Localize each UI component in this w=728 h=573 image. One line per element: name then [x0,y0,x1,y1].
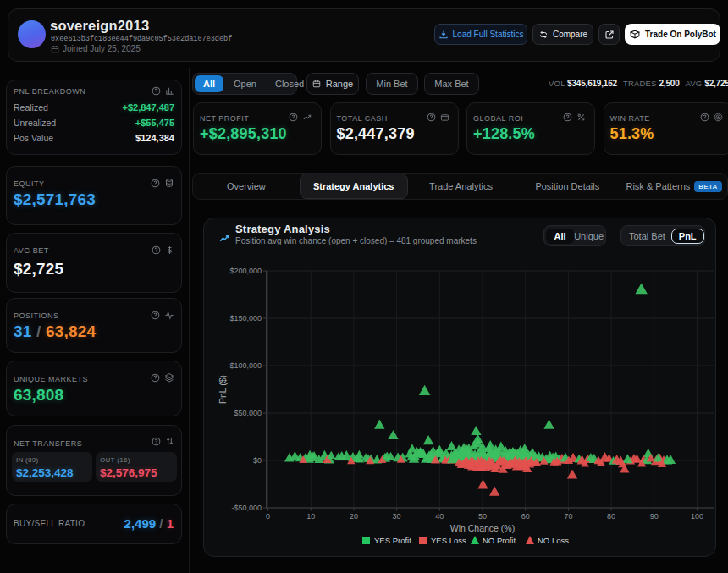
svg-text:50: 50 [478,512,487,521]
svg-text:20: 20 [350,512,358,521]
svg-text:$200,000: $200,000 [229,267,262,275]
svg-text:Win Chance (%): Win Chance (%) [450,523,515,533]
svg-text:PnL ($): PnL ($) [218,375,228,404]
svg-text:60: 60 [521,512,530,521]
svg-text:NO Loss: NO Loss [538,536,569,545]
svg-text:$100,000: $100,000 [229,361,262,370]
svg-text:$150,000: $150,000 [229,314,262,322]
svg-text:70: 70 [564,512,572,521]
svg-text:YES Loss: YES Loss [431,536,466,545]
svg-text:40: 40 [435,512,444,521]
svg-text:100: 100 [691,512,703,521]
svg-text:10: 10 [306,512,315,521]
svg-text:YES Profit: YES Profit [374,536,411,545]
svg-text:-$50,000: -$50,000 [231,504,262,512]
svg-text:NO Profit: NO Profit [483,536,516,545]
svg-text:$50,000: $50,000 [234,409,262,417]
svg-text:90: 90 [650,512,659,521]
svg-text:$0: $0 [253,456,262,465]
svg-text:30: 30 [393,512,401,521]
svg-text:80: 80 [607,512,615,521]
svg-text:0: 0 [266,512,270,521]
